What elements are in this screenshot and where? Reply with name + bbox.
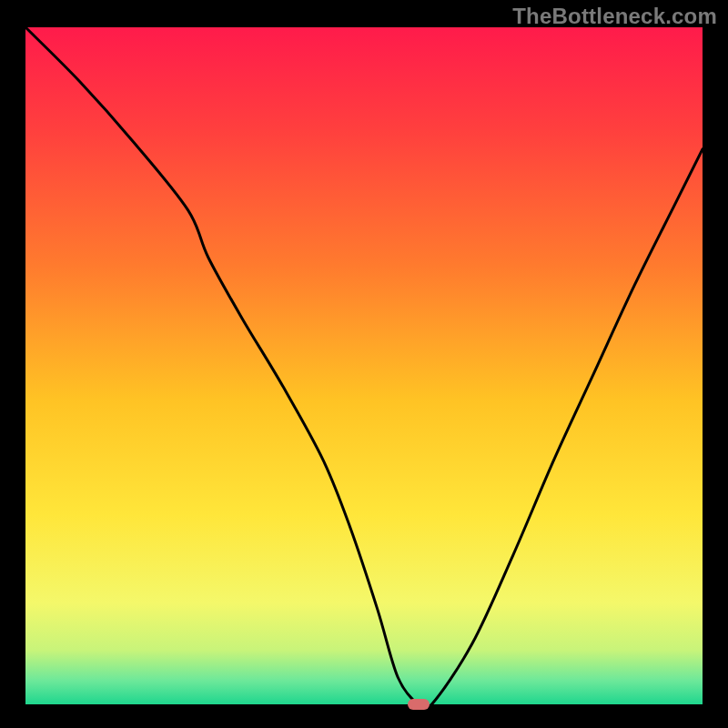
optimal-marker: [408, 699, 430, 710]
plot-background: [25, 27, 703, 704]
bottleneck-plot: [25, 27, 703, 704]
plot-svg: [25, 27, 703, 704]
watermark-text: TheBottleneck.com: [512, 4, 717, 29]
chart-frame: TheBottleneck.com: [0, 0, 728, 728]
